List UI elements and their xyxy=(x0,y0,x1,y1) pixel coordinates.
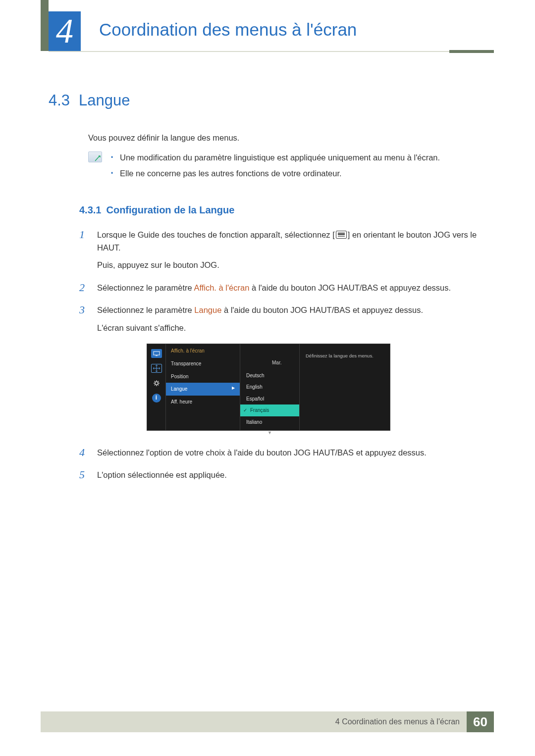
step-text: Sélectionnez le paramètre xyxy=(97,305,194,314)
osd-language-option-selected: Français xyxy=(240,404,299,416)
osd-item-label: Transparence xyxy=(171,360,201,368)
footer-label: 4 Coordination des menus à l'écran xyxy=(335,717,467,726)
step-5: 5 L'option sélectionnée est appliquée. xyxy=(79,469,485,487)
step-text: Sélectionnez le paramètre xyxy=(97,283,194,292)
subsection-heading: 4.3.1Configuration de la Langue xyxy=(79,204,485,216)
osd-help-column: Mar. Définissez la langue des menus. xyxy=(300,344,390,430)
chapter-title: Coordination des menus à l'écran xyxy=(99,20,357,40)
step-accent-term: Affich. à l'écran xyxy=(194,283,249,292)
osd-help-text: Définissez la langue des menus. xyxy=(306,353,384,359)
title-underline xyxy=(49,51,494,52)
subsection-title: Configuration de la Langue xyxy=(106,204,234,215)
osd-language-option: Español xyxy=(240,393,299,405)
step-text: L'option sélectionnée est appliquée. xyxy=(97,469,227,482)
osd-panel: i Affich. à l'écran Transparence Positio… xyxy=(147,344,390,431)
steps-list: 1 Lorsque le Guide des touches de foncti… xyxy=(79,229,485,487)
note-block: Une modification du paramètre linguistiq… xyxy=(88,151,485,183)
osd-language-column: Deutsch English Español Français Italian… xyxy=(240,344,300,430)
gear-icon xyxy=(151,379,162,388)
chapter-side-strip xyxy=(41,0,49,51)
move-icon xyxy=(151,364,162,373)
step-number: 3 xyxy=(79,304,89,441)
step-text: L'écran suivant s'affiche. xyxy=(97,322,423,335)
footer-bar: 4 Coordination des menus à l'écran 60 xyxy=(41,711,494,732)
step-text: à l'aide du bouton JOG HAUT/BAS et appuy… xyxy=(249,283,451,292)
menu-icon xyxy=(336,231,347,239)
osd-screenshot: i Affich. à l'écran Transparence Positio… xyxy=(147,344,423,431)
note-item: Elle ne concerne pas les autres fonction… xyxy=(111,167,440,180)
chevron-down-icon: ▼ xyxy=(240,428,299,439)
note-list: Une modification du paramètre linguistiq… xyxy=(111,151,440,183)
step-text: à l'aide du bouton JOG HAUT/BAS et appuy… xyxy=(221,305,423,314)
osd-language-option: Deutsch xyxy=(240,370,299,382)
osd-menu-column: Affich. à l'écran Transparence Position … xyxy=(166,344,240,430)
osd-transparency-value: Mar. xyxy=(272,359,281,367)
chapter-number-badge: 4 xyxy=(49,11,81,51)
svg-rect-0 xyxy=(154,352,160,355)
step-number: 1 xyxy=(79,229,89,277)
step-text: Puis, appuyez sur le bouton JOG. xyxy=(97,259,485,272)
subsection-number: 4.3.1 xyxy=(79,204,101,215)
step-number: 4 xyxy=(79,447,89,464)
step-body: Sélectionnez l'option de votre choix à l… xyxy=(97,447,427,464)
info-icon: i xyxy=(152,394,161,403)
osd-sidebar: i xyxy=(147,344,166,430)
step-2: 2 Sélectionnez le paramètre Affich. à l'… xyxy=(79,282,485,300)
section-title: Langue xyxy=(79,92,130,109)
page-content: 4.3Langue Vous pouvez définir la langue … xyxy=(49,92,485,492)
step-text: Sélectionnez l'option de votre choix à l… xyxy=(97,447,427,459)
osd-menu-item-language-selected: Langue xyxy=(166,383,240,396)
note-icon xyxy=(88,151,102,162)
step-number: 5 xyxy=(79,469,89,487)
osd-language-option: Italiano xyxy=(240,416,299,428)
step-4: 4 Sélectionnez l'option de votre choix à… xyxy=(79,447,485,464)
page-number-badge: 60 xyxy=(467,711,494,732)
osd-menu-item-transparency: Transparence xyxy=(166,357,240,370)
osd-menu-item-timer: Aff. heure xyxy=(166,396,240,408)
section-heading: 4.3Langue xyxy=(49,92,485,109)
step-1: 1 Lorsque le Guide des touches de foncti… xyxy=(79,229,485,277)
osd-language-option: English xyxy=(240,381,299,393)
step-text: Lorsque le Guide des touches de fonction… xyxy=(97,230,335,239)
osd-main: Affich. à l'écran Transparence Position … xyxy=(166,344,390,430)
step-3: 3 Sélectionnez le paramètre Langue à l'a… xyxy=(79,304,485,441)
step-accent-term: Langue xyxy=(194,305,221,314)
svg-point-2 xyxy=(155,382,158,385)
note-item: Une modification du paramètre linguistiq… xyxy=(111,151,440,164)
osd-item-label: Langue xyxy=(171,385,187,393)
step-number: 2 xyxy=(79,282,89,300)
step-body: Lorsque le Guide des touches de fonction… xyxy=(97,229,485,277)
section-intro: Vous pouvez définir la langue des menus. xyxy=(88,133,485,143)
osd-menu-header: Affich. à l'écran xyxy=(166,344,240,358)
screen-icon xyxy=(151,349,162,358)
osd-menu-item-position: Position xyxy=(166,370,240,383)
step-body: Sélectionnez le paramètre Langue à l'aid… xyxy=(97,304,423,441)
section-number: 4.3 xyxy=(49,92,70,109)
step-body: L'option sélectionnée est appliquée. xyxy=(97,469,227,487)
svg-rect-1 xyxy=(156,355,158,356)
step-body: Sélectionnez le paramètre Affich. à l'éc… xyxy=(97,282,451,300)
